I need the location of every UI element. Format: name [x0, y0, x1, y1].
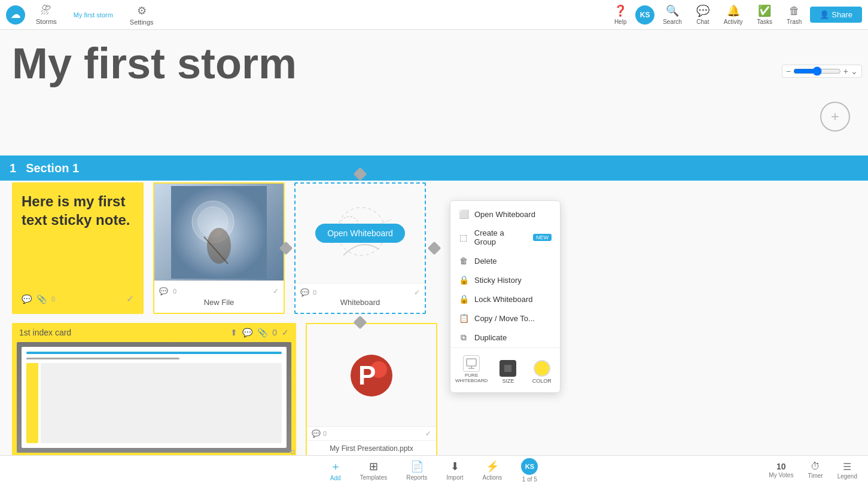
lock-whiteboard-label: Lock Whiteboard — [474, 295, 533, 304]
file-comment-icon[interactable]: 💬 — [159, 287, 168, 295]
file-card-label: 💬 0 ✓ New File — [154, 280, 284, 313]
legend-item[interactable]: ☰ Legend — [833, 459, 862, 482]
file-image-background — [154, 184, 284, 280]
resize-handle-right[interactable] — [428, 242, 441, 255]
duplicate-icon: ⧉ — [459, 333, 468, 343]
zoom-out-button[interactable]: − — [786, 66, 791, 76]
menu-copy-move[interactable]: 📋 Copy / Move To... — [450, 309, 560, 328]
activity-nav-item[interactable]: 🔔 Activity — [718, 2, 749, 28]
current-storm-label: My first storm — [74, 11, 113, 19]
toolbar-user[interactable]: KS 1 of 5 — [511, 456, 547, 485]
toolbar-reports[interactable]: 📄 Reports — [397, 457, 437, 483]
zoom-slider[interactable] — [793, 66, 841, 76]
votes-item[interactable]: 10 My Votes — [764, 459, 798, 481]
copy-icon: 📋 — [459, 313, 468, 323]
whiteboard-name: Whiteboard — [296, 298, 425, 309]
comment-count: 0 — [51, 295, 55, 303]
app-preview-inner — [22, 347, 287, 448]
pure-wb-label: PUREWHITEBOARD — [455, 373, 488, 384]
tasks-nav-item[interactable]: ✅ Tasks — [751, 2, 779, 28]
app-main-area — [41, 363, 282, 443]
menu-open-whiteboard[interactable]: ⬜ Open Whiteboard — [450, 205, 560, 224]
powerpoint-card[interactable]: P 💬 0 ✓ My First Presentation.pptx — [306, 323, 437, 455]
section-header: 1 Section 1 — [0, 155, 868, 181]
section-title: Section 1 — [26, 161, 79, 175]
index-attach-icon[interactable]: 📎 — [257, 328, 267, 337]
settings-nav-item[interactable]: ⚙ Settings — [124, 2, 160, 28]
menu-sticky-history[interactable]: 🔒 Sticky History — [450, 270, 560, 289]
zoom-in-button[interactable]: + — [843, 66, 848, 76]
open-whiteboard-label: Open Whiteboard — [327, 228, 393, 238]
wb-comment-icon[interactable]: 💬 — [300, 288, 309, 297]
reports-icon: 📄 — [410, 460, 424, 473]
ppt-comment-icon[interactable]: 💬 — [312, 429, 321, 438]
index-comment-icon[interactable]: 💬 — [242, 328, 252, 337]
resize-handle[interactable]: ⟲ — [289, 448, 295, 455]
toolbar-import[interactable]: ⬇ Import — [437, 457, 473, 483]
whiteboard-card[interactable]: Open Whiteboard 💬 0 ✓ Whiteboard — [294, 182, 426, 314]
delete-label: Delete — [474, 257, 497, 266]
color-btn[interactable]: COLOR — [526, 358, 558, 386]
ppt-logo-svg: P — [348, 352, 395, 399]
trash-nav-item[interactable]: 🗑 Trash — [781, 2, 808, 28]
size-svg — [503, 364, 513, 373]
size-btn[interactable]: SIZE — [492, 358, 523, 386]
canvas-area: − + ⌄ My first storm + 1 Section 1 Here … — [0, 30, 868, 455]
storms-nav-item[interactable]: ⛈ Storms — [30, 2, 63, 28]
lock-icon: 🔒 — [459, 294, 468, 304]
app-preview — [17, 342, 291, 453]
chat-nav-item[interactable]: 💬 Chat — [690, 2, 715, 28]
open-whiteboard-button[interactable]: Open Whiteboard — [315, 224, 405, 243]
comment-icon[interactable]: 💬 — [22, 294, 32, 304]
pure-whiteboard-btn[interactable]: PUREWHITEBOARD — [453, 353, 490, 386]
legend-icon: ☰ — [843, 461, 851, 472]
file-card-image — [154, 184, 284, 280]
menu-duplicate[interactable]: ⧉ Duplicate — [450, 328, 560, 347]
index-card-header: 1st index card ⬆ 💬 📎 0 ✓ — [12, 323, 296, 342]
toolbar-add[interactable]: ＋ Add — [321, 457, 351, 484]
toolbar-right: 10 My Votes ⏱ Timer ☰ Legend — [764, 455, 862, 485]
app-bar-grey — [26, 358, 179, 359]
size-label: SIZE — [502, 378, 514, 384]
file-label-text: New File — [154, 298, 284, 309]
ppt-comment-count: 0 — [323, 430, 327, 437]
actions-icon: ⚡ — [486, 460, 499, 473]
file-comment-count: 0 — [173, 288, 176, 295]
add-canvas-button[interactable]: + — [820, 102, 850, 132]
help-nav-item[interactable]: ❓ Help — [608, 2, 633, 28]
tasks-label: Tasks — [757, 19, 773, 25]
index-upload-icon[interactable]: ⬆ — [230, 328, 237, 337]
timer-icon: ⏱ — [811, 461, 820, 472]
share-button[interactable]: 👤 Share — [810, 7, 862, 23]
trash-icon: 🗑 — [789, 5, 800, 17]
copy-move-label: Copy / Move To... — [474, 314, 535, 323]
menu-delete[interactable]: 🗑 Delete — [450, 251, 560, 270]
file-check-icon: ✓ — [273, 287, 279, 295]
menu-lock-whiteboard[interactable]: 🔒 Lock Whiteboard — [450, 289, 560, 309]
current-storm-nav-item[interactable]: My first storm — [68, 9, 119, 21]
attachment-icon[interactable]: 📎 — [36, 294, 47, 304]
help-icon: ❓ — [614, 4, 627, 17]
toolbar-actions[interactable]: ⚡ Actions — [473, 457, 512, 483]
timer-item[interactable]: ⏱ Timer — [803, 459, 827, 481]
page-info: 1 of 5 — [522, 476, 537, 483]
nav-right-area: ❓ Help KS 🔍 Search 💬 Chat 🔔 Activity ✅ T… — [608, 2, 862, 28]
cards-row-2: 1st index card ⬆ 💬 📎 0 ✓ — [12, 323, 437, 455]
check-icon: ✓ — [126, 293, 134, 304]
menu-create-group[interactable]: ⬚ Create a Group NEW — [450, 224, 560, 251]
zoom-expand-button[interactable]: ⌄ — [851, 66, 858, 76]
sticky-note-card[interactable]: Here is my first text sticky note. 💬 📎 0… — [12, 182, 144, 314]
index-card[interactable]: 1st index card ⬆ 💬 📎 0 ✓ — [12, 323, 296, 455]
storm-title: My first storm — [12, 42, 297, 85]
user-avatar[interactable]: KS — [635, 5, 654, 25]
file-image-svg — [171, 186, 267, 279]
ppt-icon: P — [348, 352, 395, 399]
chat-icon: 💬 — [696, 4, 709, 17]
size-icon — [500, 360, 516, 377]
settings-icon: ⚙ — [137, 4, 147, 17]
app-logo[interactable]: ☁ — [6, 5, 25, 25]
file-card[interactable]: 💬 0 ✓ New File — [153, 182, 285, 314]
whiteboard-label: 💬 0 ✓ Whiteboard — [296, 283, 425, 313]
toolbar-templates[interactable]: ⊞ Templates — [351, 457, 397, 483]
search-nav-item[interactable]: 🔍 Search — [657, 2, 688, 28]
